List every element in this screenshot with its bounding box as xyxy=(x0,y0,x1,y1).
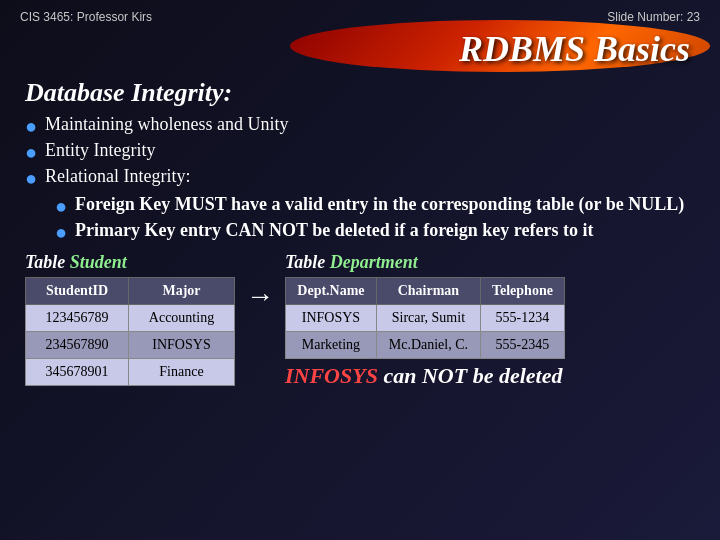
bullet-list: ● Maintaining wholeness and Unity ● Enti… xyxy=(25,114,695,190)
sub-bullet-dot-2: ● xyxy=(55,221,67,244)
dept-row2-chairman: Mc.Daniel, C. xyxy=(376,332,480,359)
dept-col-name: Dept.Name xyxy=(286,278,377,305)
title-section: RDBMS Basics xyxy=(20,28,700,70)
bullet-text-1: Maintaining wholeness and Unity xyxy=(45,114,288,135)
sub-bullet-item-2: ● Primary Key entry CAN NOT be deleted i… xyxy=(55,220,695,244)
department-table-block: Table Department Dept.Name Chairman Tele… xyxy=(285,252,565,389)
student-row2-id: 234567890 xyxy=(26,332,129,359)
header-right: Slide Number: 23 xyxy=(607,10,700,24)
dept-col-chairman: Chairman xyxy=(376,278,480,305)
student-row-2: 234567890 INFOSYS xyxy=(26,332,235,359)
sub-bullet-text-2: Primary Key entry CAN NOT be deleted if … xyxy=(75,220,593,241)
department-table-title: Table Department xyxy=(285,252,565,273)
sub-bullet-item-1: ● Foreign Key MUST have a valid entry in… xyxy=(55,194,695,218)
student-col-major: Major xyxy=(129,278,235,305)
student-table-header-row: StudentID Major xyxy=(26,278,235,305)
student-table-title: Table Student xyxy=(25,252,235,273)
dept-row1-chairman: Sircar, Sumit xyxy=(376,305,480,332)
department-table-prefix: Table xyxy=(285,252,330,272)
student-row-3: 345678901 Finance xyxy=(26,359,235,386)
section-title: Database Integrity: xyxy=(25,78,695,108)
sub-bullets: ● Foreign Key MUST have a valid entry in… xyxy=(55,194,695,244)
arrow-icon: → xyxy=(246,280,274,312)
arrow-block: → xyxy=(235,252,285,312)
dept-row1-name: INFOSYS xyxy=(286,305,377,332)
bullet-dot-1: ● xyxy=(25,115,37,138)
student-table-block: Table Student StudentID Major 123456789 … xyxy=(25,252,235,386)
department-table-header-row: Dept.Name Chairman Telephone xyxy=(286,278,565,305)
slide-title: RDBMS Basics xyxy=(20,28,700,70)
department-table-name: Department xyxy=(330,252,418,272)
bullet-text-3: Relational Integrity: xyxy=(45,166,190,187)
student-col-id: StudentID xyxy=(26,278,129,305)
tables-wrapper: Table Student StudentID Major 123456789 … xyxy=(25,252,695,389)
bottom-highlight: INFOSYS xyxy=(285,363,378,388)
bullet-item-2: ● Entity Integrity xyxy=(25,140,695,164)
sub-bullet-text-1: Foreign Key MUST have a valid entry in t… xyxy=(75,194,684,215)
bullet-dot-2: ● xyxy=(25,141,37,164)
student-row1-major: Accounting xyxy=(129,305,235,332)
dept-row-1: INFOSYS Sircar, Sumit 555-1234 xyxy=(286,305,565,332)
dept-row2-name: Marketing xyxy=(286,332,377,359)
student-table-name: Student xyxy=(70,252,127,272)
bottom-message-block: INFOSYS can NOT be deleted xyxy=(285,363,565,389)
bottom-rest: can NOT be deleted xyxy=(378,363,563,388)
department-table: Dept.Name Chairman Telephone INFOSYS Sir… xyxy=(285,277,565,359)
sub-bullet-dot-1: ● xyxy=(55,195,67,218)
dept-row-2: Marketing Mc.Daniel, C. 555-2345 xyxy=(286,332,565,359)
bottom-message: INFOSYS can NOT be deleted xyxy=(285,363,562,388)
student-row3-id: 345678901 xyxy=(26,359,129,386)
student-row2-major: INFOSYS xyxy=(129,332,235,359)
student-table-prefix: Table xyxy=(25,252,70,272)
student-row-1: 123456789 Accounting xyxy=(26,305,235,332)
bullet-item-3: ● Relational Integrity: xyxy=(25,166,695,190)
student-table: StudentID Major 123456789 Accounting 234… xyxy=(25,277,235,386)
slide-container: CIS 3465: Professor Kirs Slide Number: 2… xyxy=(0,0,720,540)
header-left: CIS 3465: Professor Kirs xyxy=(20,10,152,24)
student-row1-id: 123456789 xyxy=(26,305,129,332)
dept-col-telephone: Telephone xyxy=(480,278,564,305)
header-bar: CIS 3465: Professor Kirs Slide Number: 2… xyxy=(20,10,700,24)
bullet-dot-3: ● xyxy=(25,167,37,190)
bullet-item-1: ● Maintaining wholeness and Unity xyxy=(25,114,695,138)
main-content: Database Integrity: ● Maintaining wholen… xyxy=(20,78,700,389)
bullet-text-2: Entity Integrity xyxy=(45,140,155,161)
dept-row1-telephone: 555-1234 xyxy=(480,305,564,332)
dept-row2-telephone: 555-2345 xyxy=(480,332,564,359)
student-row3-major: Finance xyxy=(129,359,235,386)
